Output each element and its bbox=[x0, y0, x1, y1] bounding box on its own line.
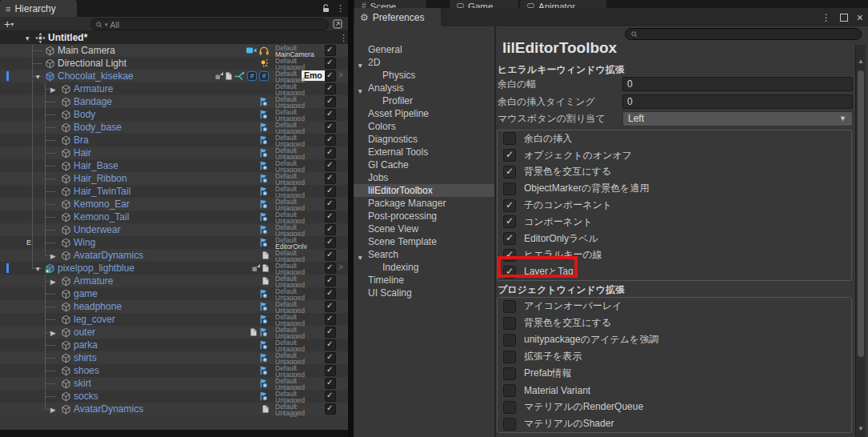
sidebar-item-timeline[interactable]: Timeline bbox=[354, 274, 494, 287]
sidebar-item-colors[interactable]: Colors bbox=[354, 120, 494, 133]
field-input[interactable]: 0 bbox=[622, 77, 853, 91]
panel-divider[interactable] bbox=[348, 0, 354, 437]
option-row[interactable]: EditorOnlyラベル bbox=[498, 231, 851, 247]
hierarchy-row[interactable]: parkaDefaultUntagged bbox=[0, 339, 348, 351]
sidebar-item-post-processing[interactable]: Post-processing bbox=[354, 210, 494, 223]
active-checkbox[interactable] bbox=[325, 96, 336, 107]
sidebar-item-jobs[interactable]: Jobs bbox=[354, 171, 494, 184]
active-checkbox[interactable] bbox=[325, 352, 336, 363]
option-checkbox[interactable] bbox=[503, 384, 516, 397]
expand-arrow-icon[interactable]: ▶ bbox=[50, 278, 56, 286]
option-row[interactable]: アイコンオーバーレイ bbox=[498, 298, 851, 315]
create-object-button[interactable]: +▾ bbox=[4, 17, 14, 32]
sidebar-item-external-tools[interactable]: External Tools bbox=[354, 146, 494, 158]
hierarchy-row[interactable]: ▶AvatarDynamicsDefaultUntagged bbox=[0, 249, 348, 262]
scrollbar-thumb[interactable] bbox=[858, 70, 864, 357]
hierarchy-row[interactable]: shirtsDefaultUntagged bbox=[0, 351, 348, 364]
hierarchy-row[interactable]: EWingDefaultEditorOnly bbox=[0, 236, 348, 249]
active-checkbox[interactable] bbox=[325, 70, 336, 82]
option-row[interactable]: Prefab情報 bbox=[498, 365, 851, 382]
sidebar-item-asset-pipeline[interactable]: Asset Pipeline bbox=[354, 107, 494, 120]
sidebar-item-search[interactable]: ▼Search bbox=[354, 248, 494, 261]
unlock-icon[interactable] bbox=[322, 4, 330, 13]
tab-scene[interactable]: #Scene bbox=[354, 0, 426, 8]
active-checkbox[interactable] bbox=[325, 365, 336, 376]
option-checkbox[interactable] bbox=[503, 166, 516, 178]
tab-hierarchy[interactable]: ≡ Hierarchy bbox=[0, 0, 77, 17]
option-row[interactable]: オブジェクトのオンオフ bbox=[498, 147, 851, 164]
hierarchy-search-input[interactable]: ▾ All bbox=[90, 18, 329, 30]
option-row[interactable]: 余白の挿入 bbox=[498, 130, 851, 147]
tab-animator[interactable]: Animator bbox=[520, 0, 606, 8]
hierarchy-row[interactable]: ▶outerDefaultUntagged bbox=[0, 326, 348, 339]
active-checkbox[interactable] bbox=[325, 403, 336, 415]
hierarchy-row[interactable]: Kemono_TailDefaultUntagged bbox=[0, 210, 348, 223]
option-checkbox[interactable] bbox=[503, 367, 516, 380]
sidebar-item-physics[interactable]: Physics bbox=[354, 69, 494, 82]
hierarchy-row[interactable]: ▶ArmatureDefaultUntagged bbox=[0, 275, 348, 287]
sidebar-item-package-manager[interactable]: Package Manager bbox=[354, 197, 494, 210]
active-checkbox[interactable] bbox=[325, 237, 336, 248]
expand-arrow-icon[interactable]: ▶ bbox=[50, 406, 56, 414]
close-icon[interactable]: × bbox=[857, 11, 863, 24]
option-row[interactable]: 背景色を交互にする bbox=[498, 164, 851, 181]
window-menu-icon[interactable]: ⋮ bbox=[822, 12, 831, 23]
option-checkbox[interactable] bbox=[503, 300, 516, 313]
active-checkbox[interactable] bbox=[325, 339, 336, 351]
mouse-button-dropdown[interactable]: Left▼ bbox=[622, 111, 853, 126]
scene-row[interactable]: ▼ Untitled* ⋮ bbox=[0, 31, 348, 44]
option-checkbox[interactable] bbox=[503, 317, 516, 330]
field-input[interactable]: 0 bbox=[622, 94, 853, 109]
maximize-icon[interactable] bbox=[840, 14, 848, 22]
prefab-open-chevron-icon[interactable]: > bbox=[338, 70, 343, 79]
option-checkbox[interactable] bbox=[503, 334, 516, 347]
option-row[interactable]: マテリアルのRenderQueue bbox=[498, 399, 851, 415]
active-checkbox[interactable] bbox=[325, 250, 336, 261]
hierarchy-row[interactable]: leg_coverDefaultUntagged bbox=[0, 313, 348, 326]
scene-expand-arrow[interactable]: ▼ bbox=[24, 34, 30, 42]
option-checkbox[interactable] bbox=[503, 132, 516, 145]
scene-menu-icon[interactable]: ⋮ bbox=[339, 31, 348, 44]
hierarchy-row[interactable]: BodyDefaultUntagged bbox=[0, 108, 348, 121]
active-checkbox[interactable] bbox=[325, 122, 336, 133]
option-checkbox[interactable] bbox=[503, 401, 516, 414]
sidebar-item-gi-cache[interactable]: GI Cache bbox=[354, 158, 494, 171]
hierarchy-row[interactable]: headphoneDefaultUntagged bbox=[0, 300, 348, 313]
tab-game[interactable]: Game bbox=[450, 0, 518, 8]
option-row[interactable]: マテリアルのShader bbox=[498, 415, 851, 432]
sidebar-item-lileditortoolbox[interactable]: lilEditorToolbox bbox=[354, 184, 494, 197]
sidebar-item-profiler[interactable]: Profiler bbox=[354, 94, 494, 107]
active-checkbox[interactable] bbox=[325, 391, 336, 402]
expand-arrow-icon[interactable]: ▼ bbox=[34, 73, 41, 81]
sidebar-item-diagnostics[interactable]: Diagnostics bbox=[354, 133, 494, 146]
hierarchy-row[interactable]: ▶ArmatureDefaultUntagged bbox=[0, 82, 348, 95]
scroll-up-icon[interactable]: ▲ bbox=[858, 58, 864, 65]
option-row[interactable]: 背景色を交互にする bbox=[498, 315, 851, 331]
hierarchy-row[interactable]: BraDefaultUntagged bbox=[0, 134, 348, 146]
hierarchy-row[interactable]: Kemono_EarDefaultUntagged bbox=[0, 198, 348, 210]
active-checkbox[interactable] bbox=[325, 288, 336, 299]
option-checkbox[interactable] bbox=[503, 199, 516, 212]
hierarchy-row[interactable]: Body_baseDefaultUntagged bbox=[0, 121, 348, 134]
hierarchy-row[interactable]: HairDefaultUntagged bbox=[0, 146, 348, 159]
active-checkbox[interactable] bbox=[325, 147, 336, 158]
option-row[interactable]: unitypackageのアイテムを強調 bbox=[498, 331, 851, 348]
option-row[interactable]: 子のコンポーネント bbox=[498, 197, 851, 214]
option-row[interactable]: 拡張子を表示 bbox=[498, 348, 851, 365]
sidebar-item-analysis[interactable]: ▼Analysis bbox=[354, 82, 494, 94]
active-checkbox[interactable] bbox=[325, 134, 336, 146]
hierarchy-row[interactable]: ▼pixelpop_lightblueDefaultUntagged> bbox=[0, 262, 348, 275]
active-checkbox[interactable] bbox=[325, 224, 336, 235]
expand-arrow-icon[interactable]: ▶ bbox=[50, 329, 56, 337]
active-checkbox[interactable] bbox=[325, 275, 336, 287]
active-checkbox[interactable] bbox=[325, 327, 336, 338]
hierarchy-row[interactable]: shoesDefaultUntagged bbox=[0, 364, 348, 377]
expand-arrow-icon[interactable]: ▼ bbox=[34, 265, 41, 273]
active-checkbox[interactable] bbox=[325, 160, 336, 171]
hierarchy-row[interactable]: gameDefaultUntagged bbox=[0, 287, 348, 300]
hierarchy-row[interactable]: Hair_TwinTailDefaultUntagged bbox=[0, 185, 348, 198]
hierarchy-row[interactable]: Hair_RibbonDefaultUntagged bbox=[0, 172, 348, 185]
option-checkbox[interactable] bbox=[503, 418, 516, 431]
sidebar-item-indexing[interactable]: Indexing bbox=[354, 261, 494, 274]
scrollbar[interactable]: ▲ ▼ bbox=[855, 45, 866, 437]
